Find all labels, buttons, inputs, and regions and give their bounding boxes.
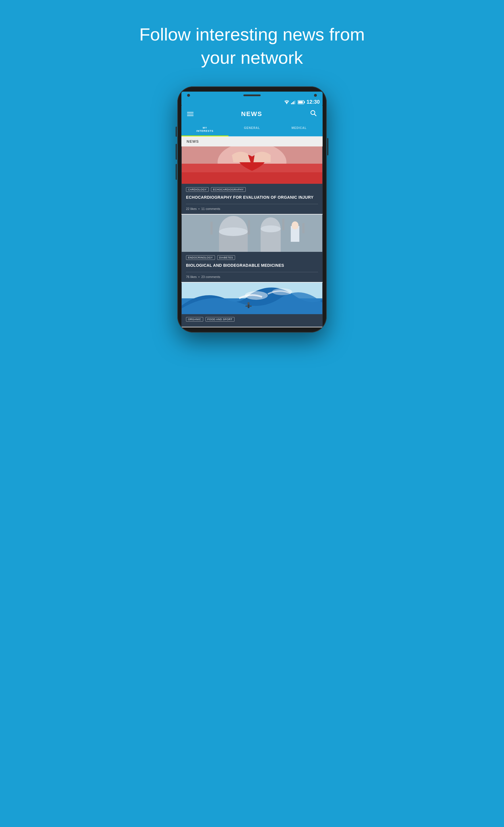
svg-rect-16 [182,214,322,252]
front-camera-right [314,94,317,97]
speaker-grille [243,94,261,96]
page-headline: Follow interesting news from your networ… [123,23,381,69]
svg-rect-3 [293,101,294,104]
status-time: 12:30 [307,99,320,105]
tag-cardiology: CARDIOLOGY [186,187,209,192]
card-3-image [182,283,322,314]
card-1-content: CARDIOLOGY ECHOCARDIOGRAPHY ECHOCARDIOGR… [182,184,322,214]
volume-up-button [175,144,177,160]
svg-rect-28 [302,223,305,233]
volume-down-button [175,164,177,180]
phone-mockup: 12:30 NEWS [178,87,326,333]
card-1-title: ECHOCARDIOGRAPHY FOR EVALUATION OF ORGAN… [186,195,318,200]
tab-medical[interactable]: MEDICAL [275,123,322,136]
status-icons: 12:30 [284,99,320,105]
svg-rect-36 [245,305,252,307]
svg-point-35 [247,302,250,305]
card-1-divider [186,204,318,204]
card-2-title: BIOLOGICAL AND BIODEGRADABLE MEDICINES [186,263,318,268]
tag-food-and-sport: FOOD AND SPORT [205,317,235,322]
svg-rect-25 [210,222,213,235]
tab-my-interests[interactable]: MYINTERESTS [182,123,229,136]
lab-image [182,214,322,252]
signal-icon [291,100,296,104]
tag-endocrinology: ENDOCRINOLOGY [186,255,215,260]
tabs-bar: MYINTERESTS GENERAL MEDICAL [182,123,322,136]
news-section-label: NEWS [182,136,322,146]
tag-diabetes: DIABETES [217,255,235,260]
card-1-image [182,146,322,184]
tab-general[interactable]: GENERAL [229,123,275,136]
card-2-image [182,214,322,252]
card-2-comments: 23 comments [201,275,220,279]
card-1-likes: 22 likes [186,207,197,210]
card-2-tags: ENDOCRINOLOGY DIABETES [186,255,318,260]
card-1-dot: • [198,207,199,210]
news-card-1[interactable]: CARDIOLOGY ECHOCARDIOGRAPHY ECHOCARDIOGR… [182,146,322,214]
headline-line2: your network [201,48,303,67]
headline-line1: Follow interesting news from [139,25,365,44]
card-1-comments: 11 comments [201,207,220,210]
heart-hands-image [182,146,322,184]
news-card-2[interactable]: ENDOCRINOLOGY DIABETES BIOLOGICAL AND BI… [182,214,322,282]
news-card-3[interactable]: ORGANIC FOOD AND SPORT [182,283,322,327]
search-button[interactable] [310,110,317,118]
svg-point-33 [272,288,292,295]
svg-point-24 [292,222,299,230]
svg-point-0 [286,103,287,104]
card-2-content: ENDOCRINOLOGY DIABETES BIOLOGICAL AND BI… [182,252,322,282]
svg-rect-1 [291,103,292,104]
card-1-tags: CARDIOLOGY ECHOCARDIOGRAPHY [186,187,318,192]
svg-point-22 [261,226,281,232]
svg-rect-2 [292,102,293,104]
battery-icon [298,100,305,104]
tag-echocardiography: ECHOCARDIOGRAPHY [211,187,246,192]
app-title: NEWS [241,110,262,118]
front-camera-left [187,94,190,97]
svg-rect-4 [295,100,295,104]
status-bar: 12:30 [182,99,322,105]
svg-point-19 [219,228,248,236]
card-3-tags: ORGANIC FOOD AND SPORT [186,317,318,322]
svg-line-9 [314,114,316,116]
volume-button-silent [175,127,177,137]
phone-notch [182,92,322,99]
card-2-stats: 76 likes • 23 comments [186,275,318,279]
phone-screen: NEWS MYINTERESTS GENERAL MEDICAL [182,105,322,327]
svg-rect-7 [298,101,303,103]
tag-organic: ORGANIC [186,317,203,322]
svg-rect-6 [304,101,305,103]
wave-image [182,283,322,314]
svg-point-8 [311,110,315,114]
svg-point-32 [245,291,268,300]
svg-rect-27 [282,219,285,230]
app-header: NEWS [182,105,322,123]
card-2-likes: 76 likes [186,275,197,279]
card-1-stats: 22 likes • 11 comments [186,207,318,210]
power-button [327,138,329,155]
card-2-divider [186,272,318,272]
wifi-icon [284,100,290,104]
svg-rect-26 [248,220,250,235]
card-2-dot: • [198,275,199,279]
hamburger-menu-button[interactable] [187,112,194,116]
card-3-content: ORGANIC FOOD AND SPORT [182,314,322,327]
